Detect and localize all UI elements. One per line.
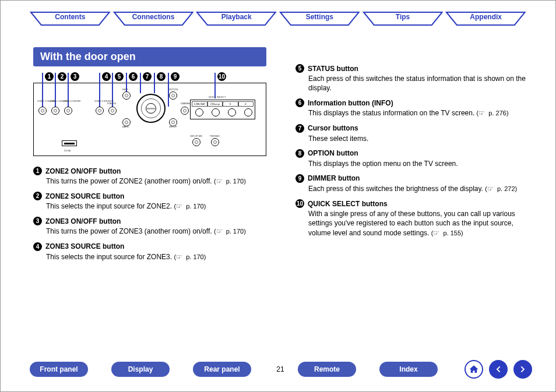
- home-icon[interactable]: [464, 360, 483, 379]
- number-badge: 8: [295, 149, 304, 158]
- qs-knob-4: [244, 108, 252, 116]
- tab-connections[interactable]: Connections: [113, 11, 194, 26]
- desc-head: 9DIMMER button: [295, 174, 532, 183]
- desc-title: Cursor buttons: [308, 124, 358, 132]
- marker-3: 3: [71, 72, 79, 81]
- pill-front-panel[interactable]: Front panel: [30, 362, 88, 377]
- device-diagram: 1 2 3 4 5 6 7 8 9 10: [33, 72, 278, 156]
- desc-body: Each press of this switches the status i…: [308, 74, 532, 93]
- tab-appendix[interactable]: Appendix: [445, 11, 526, 26]
- desc-head: 2ZONE2 SOURCE button: [33, 192, 278, 200]
- desc-left-item: 3ZONE3 ON/OFF buttonThis turns the power…: [33, 217, 278, 236]
- knob-option: [169, 91, 177, 100]
- page-number: 21: [269, 365, 292, 373]
- number-badge: 4: [33, 242, 42, 251]
- desc-head: 8OPTION button: [295, 149, 532, 158]
- pointer-icon: ☞: [487, 184, 495, 193]
- marker-2: 2: [58, 72, 66, 81]
- desc-body: This displays the option menu on the TV …: [308, 159, 532, 168]
- lbl-quick-select: QUICK SELECT: [209, 96, 226, 98]
- lbl-setup-mic: SETUP MIC: [190, 135, 203, 137]
- marker-10: 10: [217, 72, 226, 81]
- desc-body: This turns the power of ZONE3 (another r…: [46, 227, 278, 236]
- knob-status: [108, 107, 117, 115]
- knob-zone3-onoff: [64, 107, 72, 115]
- knob-phones: [211, 138, 219, 146]
- qs-label-2: 2:Blu-ray: [207, 101, 223, 107]
- knob-setup-mic: [192, 138, 200, 146]
- tab-label: Appendix: [470, 13, 502, 21]
- tab-label: Connections: [132, 13, 175, 21]
- qs-label-4: 4:: [238, 101, 254, 107]
- tab-settings[interactable]: Settings: [279, 11, 360, 26]
- tab-label: Tips: [396, 13, 410, 21]
- knob-zone2-onoff: [38, 107, 47, 115]
- desc-body: This displays the status information on …: [308, 108, 532, 118]
- page-ref-link[interactable]: (☞ p. 155): [431, 228, 463, 238]
- tab-contents[interactable]: Contents: [30, 11, 111, 26]
- desc-head: 7Cursor buttons: [295, 124, 532, 133]
- desc-left-item: 1ZONE2 ON/OFF buttonThis turns the power…: [33, 167, 278, 186]
- desc-head: 1ZONE2 ON/OFF button: [33, 167, 278, 175]
- lbl-dimmer: DIMMER: [181, 102, 190, 105]
- pointer-icon: ☞: [216, 227, 224, 236]
- number-badge: 5: [295, 64, 304, 73]
- tab-tips[interactable]: Tips: [363, 11, 444, 26]
- quick-select-box: 1:DBL/SAT 2:Blu-ray 3: 4:: [190, 100, 255, 119]
- desc-head: 4ZONE3 SOURCE button: [33, 242, 278, 251]
- desc-body: With a single press of any of these butt…: [308, 209, 532, 238]
- pointer-icon: ☞: [216, 176, 224, 186]
- pointer-icon: ☞: [176, 202, 184, 211]
- marker-1: 1: [45, 72, 54, 81]
- number-badge: 9: [295, 174, 304, 183]
- marker-4: 4: [102, 72, 111, 81]
- qs-knob-3: [228, 108, 236, 116]
- desc-title: STATUS button: [308, 65, 358, 73]
- lbl-usb: 5V/1A: [64, 149, 71, 152]
- qs-knob-1: [195, 108, 203, 116]
- lbl-status: STATUS: [107, 102, 116, 105]
- pointer-icon: ☞: [433, 228, 441, 238]
- pill-index[interactable]: Index: [379, 362, 438, 377]
- top-nav: Contents Connections Playback Settings T…: [1, 1, 555, 27]
- desc-right-item: 9DIMMER buttonEach press of this switche…: [295, 174, 532, 193]
- number-badge: 1: [33, 167, 42, 175]
- qs-label-3: 3:: [223, 101, 238, 107]
- desc-head: 6Information button (INFO): [295, 98, 532, 107]
- desc-left-item: 4ZONE3 SOURCE buttonThis selects the inp…: [33, 242, 278, 262]
- qs-knob-2: [212, 108, 220, 116]
- page-ref-link[interactable]: (☞ p. 170): [174, 252, 206, 262]
- lbl-enter: ENTER: [146, 103, 156, 114]
- knob-back: [122, 118, 131, 126]
- bottom-nav: Front panel Display Rear panel 21 Remote…: [30, 360, 532, 379]
- desc-right-item: 7Cursor buttonsThese select items.: [295, 124, 532, 143]
- page-ref-link[interactable]: (☞ p. 272): [485, 184, 517, 193]
- desc-title: Information button (INFO): [308, 99, 393, 107]
- pill-remote[interactable]: Remote: [298, 362, 356, 377]
- pill-rear-panel[interactable]: Rear panel: [193, 362, 251, 377]
- page-ref-link[interactable]: (☞ p. 276): [477, 108, 509, 118]
- page-ref-link[interactable]: (☞ p. 170): [214, 227, 246, 236]
- number-badge: 3: [33, 217, 42, 225]
- desc-title: DIMMER button: [308, 174, 360, 182]
- page-ref-link[interactable]: (☞ p. 170): [214, 176, 246, 186]
- tab-playback[interactable]: Playback: [196, 11, 277, 26]
- pill-display[interactable]: Display: [111, 362, 170, 377]
- arrow-right-icon[interactable]: [513, 360, 532, 379]
- pointer-icon: ☞: [176, 252, 184, 262]
- knob-info: [122, 91, 131, 100]
- desc-body: This turns the power of ZONE2 (another r…: [46, 176, 278, 186]
- desc-title: ZONE3 ON/OFF button: [45, 217, 121, 225]
- tab-label: Playback: [221, 13, 252, 21]
- lbl-phones: PHONES: [210, 135, 220, 137]
- number-badge: 10: [295, 199, 304, 208]
- desc-right-item: 8OPTION buttonThis displays the option m…: [295, 149, 532, 168]
- desc-head: 5STATUS button: [295, 64, 532, 73]
- section-title: With the door open: [33, 47, 266, 66]
- cursor-dial: ENTER: [136, 94, 166, 123]
- number-badge: 7: [295, 124, 304, 133]
- page-ref-link[interactable]: (☞ p. 170): [174, 202, 206, 211]
- marker-7: 7: [143, 72, 152, 81]
- desc-left-item: 2ZONE2 SOURCE buttonThis selects the inp…: [33, 192, 278, 211]
- arrow-left-icon[interactable]: [489, 360, 508, 379]
